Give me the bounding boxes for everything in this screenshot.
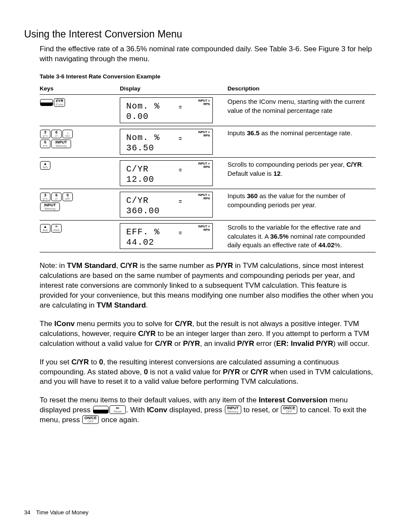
intro-paragraph: Find the effective rate of a 36.5% nomin… [40,44,373,64]
lcd-display: INPUT =RPN = EFF. % 44.02 [120,223,213,249]
calc-key-icon: INPUTMemory [40,202,60,211]
section-heading: Using the Interest Conversion Menu [24,28,373,41]
table-row: ▲INS INPUT =RPN = C/YR 12.00 Scrolls to … [40,158,376,189]
table-row: 3y^x6x².nCr5e^xINPUTMemory INPUT =RPN = … [40,126,376,158]
col-header-display: Display [120,83,227,95]
table-row: I/YRIConv INPUT =RPN = Nom. % 0.00 Opens… [40,95,376,126]
note-paragraph-1: Note: in TVM Standard, C/YR is the same … [40,261,373,311]
calc-key-icon: INPUTMemory [225,405,241,414]
chapter-title: Time Value of Money [36,509,88,516]
calc-key-icon: 5e^x [40,140,50,148]
lcd-display: INPUT =RPN = C/YR 360.00 [120,192,213,218]
calc-key-icon: .nCr [62,130,73,138]
table-caption: Table 3-6 Interest Rate Conversion Examp… [40,73,373,81]
calc-key-icon: =ANS [51,224,62,233]
calc-key-icon: I/YRIConv [54,98,65,107]
page-number: 34 [24,509,30,516]
calc-key-icon: 3y^x [40,193,50,201]
calc-key-icon: ON/CEOFF [82,415,99,424]
reset-paragraph: To reset the menu items to their default… [40,395,373,425]
note-paragraph-2: The IConv menu permits you to solve for … [40,319,373,349]
lcd-display: INPUT =RPN = C/YR 12.00 [120,160,213,186]
example-table: Keys Display Description I/YRIConv INPUT… [40,83,376,252]
col-header-description: Description [227,83,376,95]
calc-key-icon: ON/CEOFF [281,405,297,414]
page-footer: 34 Time Value of Money [24,509,88,516]
col-header-keys: Keys [40,83,120,95]
lcd-display: INPUT =RPN = Nom. % 0.00 [120,97,213,123]
calc-key-icon: 6x² [51,130,62,138]
calc-key-icon: ▲INS [40,161,50,170]
table-row: 3y^x6x²0nPrINPUTMemory INPUT =RPN = C/YR… [40,189,376,221]
lcd-display: INPUT =RPN = Nom. % 36.50 [120,129,213,155]
shift-key-icon [40,99,53,106]
calc-key-icon: 3y^x [40,130,50,138]
calc-key-icon: 0nPr [62,193,73,201]
calc-key-icon: ▲INS [40,224,50,233]
table-row: ▲INS=ANS INPUT =RPN = EFF. % 44.02 Scrol… [40,221,376,252]
shift-key-icon [93,406,109,414]
calc-key-icon: ⇦Reset [109,405,126,414]
calc-key-icon: INPUTMemory [51,140,71,148]
calc-key-icon: 6x² [51,193,62,201]
note-paragraph-3: If you set C/YR to 0, the resulting inte… [40,358,373,387]
